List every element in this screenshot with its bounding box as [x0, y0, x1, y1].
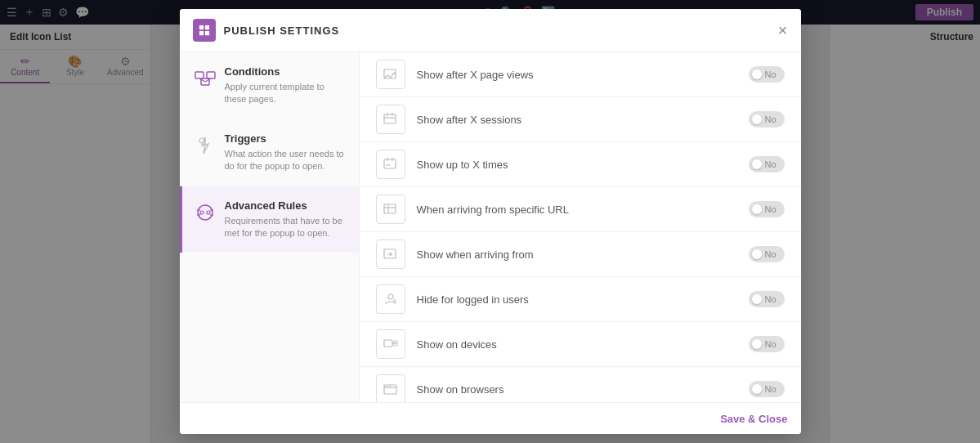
svg-rect-1	[204, 25, 208, 29]
toggle-label: No	[765, 69, 776, 79]
save-close-button[interactable]: Save & Close	[720, 413, 787, 425]
svg-rect-4	[195, 72, 204, 78]
toggle-dot	[752, 114, 762, 124]
advanced-rules-label: Advanced Rules	[225, 199, 347, 212]
rule-label-specific-url: When arriving from specific URL	[417, 204, 749, 216]
page-views-icon	[376, 60, 405, 89]
rule-label-browsers: Show on browsers	[417, 383, 749, 396]
toggle-label: No	[765, 384, 776, 394]
specific-url-icon	[376, 195, 405, 224]
rule-row-logged-users: Hide for logged in users No	[360, 277, 801, 322]
conditions-header: Conditions Apply current template to the…	[194, 65, 347, 106]
svg-point-40	[385, 386, 386, 387]
triggers-text: Triggers What action the user needs to d…	[225, 132, 347, 173]
elementor-icon	[199, 25, 210, 36]
toggle-sessions[interactable]: No	[749, 111, 785, 128]
sidebar-item-conditions[interactable]: Conditions Apply current template to the…	[180, 52, 359, 119]
advanced-rules-header: Advanced Rules Requirements that have to…	[194, 199, 347, 240]
sidebar-item-advanced-rules[interactable]: Advanced Rules Requirements that have to…	[180, 186, 359, 253]
triggers-label: Triggers	[225, 132, 347, 145]
toggle-label: No	[765, 204, 776, 214]
svg-rect-35	[384, 340, 392, 347]
svg-rect-0	[199, 25, 203, 29]
svg-rect-3	[204, 31, 208, 35]
modal-title: PUBLISH SETTINGS	[224, 25, 778, 37]
svg-point-31	[388, 294, 393, 299]
svg-rect-2	[199, 31, 203, 35]
rule-row-browsers: Show on browsers No	[360, 367, 801, 402]
toggle-label: No	[765, 249, 776, 259]
toggle-dot	[752, 339, 762, 349]
triggers-desc: What action the user needs to do for the…	[225, 148, 347, 173]
rule-row-specific-url: When arriving from specific URL No	[360, 187, 801, 232]
toggle-dot	[752, 159, 762, 169]
svg-rect-23	[384, 159, 396, 168]
toggle-dot	[752, 69, 762, 79]
conditions-text: Conditions Apply current template to the…	[225, 65, 347, 106]
toggle-specific-url[interactable]: No	[749, 201, 785, 217]
toggle-label: No	[765, 114, 776, 124]
toggle-label: No	[765, 294, 776, 304]
x-times-icon	[376, 150, 405, 179]
advanced-rules-text: Advanced Rules Requirements that have to…	[225, 199, 347, 240]
toggle-arriving-from[interactable]: No	[749, 246, 785, 262]
svg-rect-5	[207, 72, 215, 78]
modal-sidebar: Conditions Apply current template to the…	[180, 52, 360, 402]
modal-overlay: PUBLISH SETTINGS ×	[0, 0, 980, 443]
svg-rect-27	[384, 204, 396, 213]
modal-body: Conditions Apply current template to the…	[180, 52, 801, 402]
arriving-from-icon	[376, 239, 405, 269]
rule-label-page-views: Show after X page views	[417, 69, 749, 81]
modal-footer: Save & Close	[180, 402, 801, 434]
toggle-label: No	[765, 159, 776, 169]
toggle-label: No	[765, 339, 776, 349]
toggle-browsers[interactable]: No	[749, 381, 785, 397]
modal-header-icon	[193, 19, 216, 42]
toggle-dot	[752, 294, 762, 304]
triggers-icon	[194, 134, 217, 161]
triggers-header: Triggers What action the user needs to d…	[194, 132, 347, 173]
conditions-desc: Apply current template to these pages.	[225, 81, 347, 106]
rule-row-page-views: Show after X page views No	[360, 52, 801, 97]
svg-point-11	[200, 211, 204, 214]
rule-label-devices: Show on devices	[417, 338, 749, 351]
rule-row-devices: Show on devices No	[360, 322, 801, 367]
modal-rules-content: Show after X page views No	[360, 52, 801, 402]
toggle-logged-users[interactable]: No	[749, 291, 785, 307]
advanced-rules-desc: Requirements that have to be met for the…	[225, 215, 347, 240]
conditions-icon	[194, 67, 217, 94]
rule-label-arriving-from: Show when arriving from	[417, 248, 749, 261]
toggle-x-times[interactable]: No	[749, 156, 785, 172]
svg-point-42	[389, 386, 390, 387]
sidebar-item-triggers[interactable]: Triggers What action the user needs to d…	[180, 119, 359, 186]
svg-rect-19	[384, 114, 396, 123]
close-button[interactable]: ×	[778, 22, 788, 38]
rule-row-x-times: Show up to X times No	[360, 142, 801, 187]
logged-users-icon	[376, 284, 405, 314]
publish-settings-modal: PUBLISH SETTINGS ×	[180, 9, 801, 434]
advanced-rules-icon	[194, 201, 217, 228]
browsers-icon	[376, 374, 405, 402]
toggle-devices[interactable]: No	[749, 336, 785, 352]
toggle-page-views[interactable]: No	[749, 66, 785, 83]
rule-row-sessions: Show after X sessions No	[360, 97, 801, 142]
modal-header: PUBLISH SETTINGS ×	[180, 9, 801, 52]
svg-point-41	[387, 386, 387, 387]
toggle-dot	[752, 204, 762, 214]
rule-label-sessions: Show after X sessions	[417, 114, 749, 126]
svg-point-12	[207, 211, 210, 214]
rule-label-logged-users: Hide for logged in users	[417, 293, 749, 306]
rule-label-x-times: Show up to X times	[417, 159, 749, 171]
rule-row-arriving-from: Show when arriving from No	[360, 232, 801, 277]
devices-icon	[376, 329, 405, 359]
toggle-dot	[752, 384, 762, 394]
sessions-icon	[376, 105, 405, 134]
conditions-label: Conditions	[225, 65, 347, 78]
toggle-dot	[752, 249, 762, 259]
